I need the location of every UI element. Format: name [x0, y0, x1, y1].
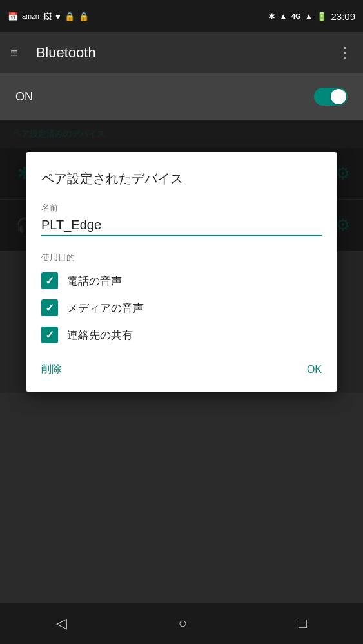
- home-button[interactable]: ○: [179, 615, 187, 632]
- bluetooth-toggle[interactable]: [314, 88, 348, 106]
- amazon-icon: amzn: [22, 12, 39, 20]
- media-audio-label: メディアの音声: [67, 301, 144, 316]
- main-container: ペア設定済みのデバイス ✱ CASIO WSD-F10 4873 ⚙ 🎧 Car…: [0, 120, 363, 393]
- signal2-icon: ▲: [305, 12, 313, 21]
- image-icon: 🖼: [43, 12, 52, 21]
- dialog-title: ペア設定されたデバイス: [41, 170, 322, 187]
- name-label: 名前: [41, 202, 322, 214]
- status-time: 23:09: [331, 11, 355, 22]
- check-icon: ✓: [45, 276, 54, 287]
- status-bar-right: ✱ ▲ 4G ▲ 🔋 23:09: [268, 11, 355, 22]
- contact-share-label: 連絡先の共有: [67, 328, 133, 343]
- bluetooth-on-label: ON: [15, 90, 33, 104]
- lock2-icon: 🔒: [79, 12, 89, 21]
- calendar-icon: 📅: [8, 12, 18, 21]
- status-bar: 📅 amzn 🖼 ♥ 🔒 🔒 ✱ ▲ 4G ▲ 🔋 23:09: [0, 0, 363, 32]
- battery-icon: 🔋: [317, 12, 327, 21]
- lock-icon: 🔒: [64, 12, 75, 21]
- contact-share-checkbox[interactable]: ✓: [41, 327, 58, 343]
- phone-audio-checkbox[interactable]: ✓: [41, 272, 58, 289]
- usage-label: 使用目的: [41, 252, 322, 263]
- navigation-bar: ◁ ○ □: [0, 603, 363, 644]
- heart-icon: ♥: [55, 12, 61, 21]
- status-bar-left: 📅 amzn 🖼 ♥ 🔒 🔒: [8, 12, 89, 21]
- back-button[interactable]: ◁: [56, 615, 67, 632]
- device-name-input[interactable]: [41, 218, 322, 236]
- dialog-actions: 削除 OK: [41, 355, 322, 381]
- bluetooth-toggle-row: ON: [0, 73, 363, 120]
- signal-icon: ▲: [279, 12, 288, 21]
- toolbar: ≡ Bluetooth ⋮: [0, 32, 363, 73]
- contact-share-row: ✓ 連絡先の共有: [41, 327, 322, 343]
- check-icon: ✓: [45, 330, 54, 341]
- media-audio-row: ✓ メディアの音声: [41, 299, 322, 316]
- delete-button[interactable]: 削除: [41, 357, 62, 381]
- toggle-knob: [331, 89, 346, 104]
- 4g-icon: 4G: [291, 12, 301, 20]
- media-audio-checkbox[interactable]: ✓: [41, 299, 58, 316]
- check-icon: ✓: [45, 303, 54, 314]
- phone-audio-label: 電話の音声: [67, 274, 122, 289]
- recent-apps-button[interactable]: □: [299, 615, 307, 632]
- bluetooth-status-icon: ✱: [268, 12, 275, 21]
- more-icon[interactable]: ⋮: [338, 44, 353, 61]
- device-settings-dialog: ペア設定されたデバイス 名前 使用目的 ✓ 電話の音声 ✓ メディアの音声 ✓ …: [26, 152, 337, 392]
- ok-button[interactable]: OK: [307, 359, 322, 381]
- page-title: Bluetooth: [36, 44, 325, 61]
- menu-icon[interactable]: ≡: [10, 46, 18, 61]
- phone-audio-row: ✓ 電話の音声: [41, 272, 322, 289]
